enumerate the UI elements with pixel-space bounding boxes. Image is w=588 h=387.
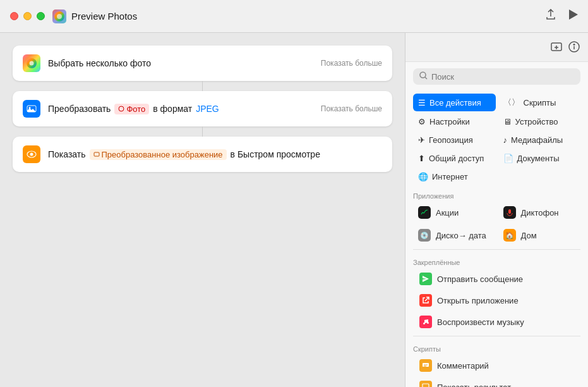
disk-label: Диско→ дата	[436, 231, 486, 240]
share-icon[interactable]	[545, 9, 556, 23]
info-icon[interactable]	[568, 40, 580, 56]
dictaphone-icon	[503, 206, 516, 219]
comment-label: Комментарий	[437, 361, 489, 371]
all-actions-icon: ☰	[418, 98, 426, 108]
search-input[interactable]	[431, 72, 574, 82]
action-3-post: в Быстром просмотре	[231, 149, 320, 159]
action-1-text: Выбрать несколько фото	[48, 58, 321, 68]
geo-icon: ✈	[418, 135, 425, 145]
action-card-1: Выбрать несколько фото Показать больше	[13, 46, 392, 81]
pinned-open-app[interactable]: Открыть приложение	[413, 290, 580, 310]
apps-grid: Акции Диктофон 💿 Диско→ дата	[413, 202, 580, 245]
category-all-actions[interactable]: ☰ Все действия	[413, 94, 496, 111]
disk-icon: 💿	[418, 229, 431, 242]
geo-label: Геопозиция	[429, 135, 473, 145]
open-app-label: Открыть приложение	[437, 296, 519, 305]
add-library-icon[interactable]	[550, 40, 563, 56]
internet-label: Интернет	[432, 172, 468, 181]
pinned-send-message[interactable]: Отправить сообщение	[413, 269, 580, 289]
stocks-icon	[418, 206, 431, 219]
category-scripts[interactable]: 〈〉 Скрипты	[498, 94, 581, 111]
action-2-pre: Преобразовать	[48, 104, 111, 114]
pinned-play-music[interactable]: Воспроизвести музыку	[413, 312, 580, 332]
script-comment[interactable]: Комментарий	[413, 355, 580, 376]
svg-line-21	[425, 297, 429, 301]
action-1-show-more[interactable]: Показать больше	[321, 59, 382, 68]
scripts-section-label: Скрипты	[413, 340, 580, 355]
action-2-mid: в формат	[153, 104, 192, 114]
sharing-label: Общий доступ	[429, 154, 484, 163]
action-2-show-more[interactable]: Показать больше	[321, 104, 382, 113]
category-sharing[interactable]: ⬆ Общий доступ	[413, 150, 496, 166]
home-icon: 🏠	[503, 229, 516, 242]
action-row-2: Преобразовать Фото в формат JPEG Показат…	[13, 91, 392, 126]
svg-point-4	[30, 61, 34, 66]
media-icon: ♪	[503, 135, 508, 145]
maximize-button[interactable]	[37, 12, 45, 20]
category-media[interactable]: ♪ Медиафайлы	[498, 132, 581, 148]
comment-icon	[419, 359, 432, 372]
media-label: Медиафайлы	[511, 135, 563, 145]
app-dictaphone[interactable]: Диктофон	[498, 202, 581, 223]
app-stocks[interactable]: Акции	[413, 202, 496, 223]
sidebar: ☰ Все действия 〈〉 Скрипты ⚙ Настройки 🖥 …	[405, 33, 588, 387]
app-home[interactable]: 🏠 Дом	[498, 225, 581, 245]
all-actions-label: Все действия	[429, 98, 481, 108]
minimize-button[interactable]	[23, 12, 32, 20]
apps-section-label: Приложения	[413, 187, 580, 202]
svg-point-9	[30, 153, 33, 156]
show-result-label: Показать результат	[437, 383, 511, 388]
action-2-text: Преобразовать Фото в формат JPEG	[48, 104, 321, 114]
pinned-section-label: Закреплённые	[413, 254, 580, 269]
action-card-2: Преобразовать Фото в формат JPEG Показат…	[13, 91, 392, 126]
main-content: Выбрать несколько фото Показать больше П…	[0, 33, 588, 387]
workflow-panel: Выбрать несколько фото Показать больше П…	[0, 33, 405, 387]
stocks-label: Акции	[436, 208, 459, 218]
divider-1	[413, 249, 580, 250]
sidebar-header	[405, 33, 588, 62]
action-card-3: Показать Преобразованное изображение в Б…	[13, 137, 392, 172]
category-settings[interactable]: ⚙ Настройки	[413, 114, 496, 130]
category-geo[interactable]: ✈ Геопозиция	[413, 132, 496, 148]
app-title: Preview Photos	[71, 11, 545, 22]
action-2-format-token[interactable]: JPEG	[196, 104, 219, 114]
app-disk[interactable]: 💿 Диско→ дата	[413, 225, 496, 245]
app-icon	[52, 9, 66, 23]
divider-2	[413, 336, 580, 336]
device-label: Устройство	[515, 117, 558, 126]
photos-app-icon	[23, 54, 40, 72]
category-docs[interactable]: 📄 Документы	[498, 150, 581, 166]
script-show-result[interactable]: Показать результат	[413, 377, 580, 387]
category-device[interactable]: 🖥 Устройство	[498, 114, 581, 130]
traffic-lights	[10, 12, 45, 20]
send-message-icon	[419, 273, 432, 285]
sidebar-scroll: Приложения Акции	[405, 187, 588, 387]
action-2-photo-token[interactable]: Фото	[114, 104, 149, 114]
play-icon[interactable]	[569, 9, 578, 23]
home-label: Дом	[521, 231, 537, 240]
open-app-icon	[419, 294, 432, 307]
connector-2	[202, 126, 203, 137]
docs-label: Документы	[517, 154, 560, 163]
action-3-pre: Показать	[48, 149, 86, 159]
dictaphone-label: Диктофон	[521, 208, 559, 218]
close-button[interactable]	[10, 12, 18, 20]
play-music-icon	[419, 316, 432, 328]
search-bar[interactable]	[413, 68, 580, 85]
action-3-image-token[interactable]: Преобразованное изображение	[90, 149, 227, 160]
quicklook-icon	[23, 145, 40, 163]
settings-label: Настройки	[429, 117, 470, 126]
titlebar-actions	[545, 9, 578, 23]
show-result-icon	[419, 381, 432, 387]
svg-point-23	[427, 322, 429, 324]
internet-icon: 🌐	[418, 172, 428, 181]
svg-rect-19	[508, 209, 511, 214]
connector-1	[202, 81, 203, 91]
category-internet[interactable]: 🌐 Интернет	[413, 169, 496, 185]
svg-line-18	[425, 77, 427, 79]
device-icon: 🖥	[503, 117, 512, 126]
sharing-icon: ⬆	[418, 154, 425, 163]
titlebar: Preview Photos	[0, 0, 588, 33]
svg-rect-27	[423, 384, 429, 387]
scripts-label: Скрипты	[524, 98, 556, 108]
